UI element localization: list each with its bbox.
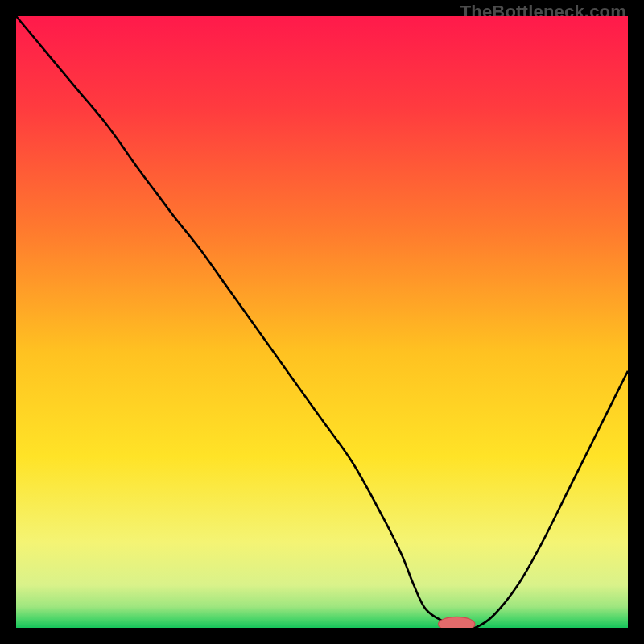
gradient-background xyxy=(16,16,628,628)
chart-svg xyxy=(16,16,628,628)
plot-area xyxy=(16,16,628,628)
chart-frame: TheBottleneck.com xyxy=(0,0,644,644)
optimum-marker xyxy=(438,617,475,628)
